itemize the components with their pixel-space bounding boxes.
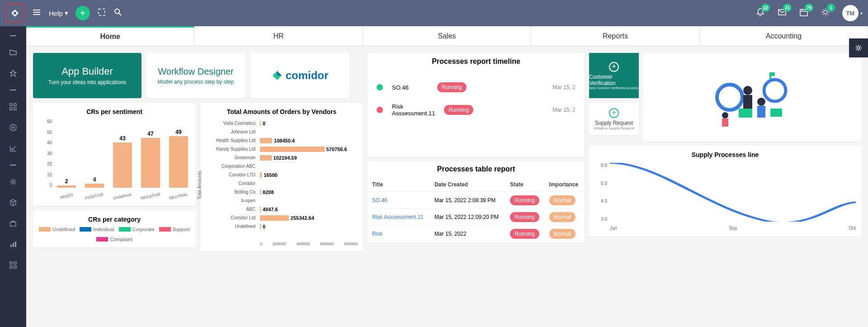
workflow-card[interactable]: Workflow Designer Model any process step… (146, 53, 245, 98)
svg-line-17 (823, 14, 824, 15)
svg-rect-28 (10, 245, 12, 247)
hbar-row: Handy Supplies Ltd570756.6 (260, 145, 358, 153)
svg-rect-43 (743, 95, 752, 109)
hbar-row: Comidor LTD16500 (260, 171, 358, 179)
sidebar-apps[interactable] (9, 102, 18, 111)
expand-icon (97, 8, 106, 17)
supply-line-chart: 6.05.04.03.0 JunSepOct (594, 163, 856, 231)
y-axis-title: Total Amounts (197, 171, 202, 199)
sr-sub: Initiate a Supply Request (594, 126, 634, 130)
tab-reports[interactable]: Reports (531, 26, 699, 46)
y-axis: 6050403020100 (38, 119, 52, 188)
user-avatar[interactable]: TM (842, 5, 859, 21)
svg-rect-21 (10, 108, 12, 110)
calendar-button[interactable]: 79 (799, 7, 809, 19)
svg-rect-46 (739, 109, 752, 118)
apps-icon (9, 261, 17, 269)
svg-point-44 (757, 98, 765, 106)
chevron-down-icon[interactable]: ▾ (860, 11, 863, 16)
app-header: Help ▾ + 22 31 79 1 TM ▾ (0, 0, 868, 26)
sidebar-star[interactable] (9, 69, 18, 78)
app-builder-card[interactable]: App Builder Turn your ideas into applica… (33, 53, 142, 98)
sidebar-briefcase[interactable] (9, 219, 18, 228)
bar: 4POSITIVE (83, 176, 106, 188)
hbar-row: Comidor (260, 179, 358, 188)
workflow-sub: Model any process step by step (158, 79, 234, 85)
sidebar-settings[interactable] (9, 177, 18, 186)
sidebar-separator (10, 35, 16, 36)
x-axis: 0200000400000600000800000 (206, 242, 358, 246)
tab-home[interactable]: Home (26, 26, 194, 46)
table-header-row: TitleDate CreatedStateImportance (368, 178, 584, 192)
legend-item: Individual (80, 227, 114, 232)
svg-rect-27 (10, 222, 16, 226)
sidebar (0, 26, 26, 327)
add-button[interactable]: + (75, 6, 90, 20)
svg-rect-41 (769, 72, 775, 76)
search-button[interactable] (113, 8, 123, 19)
hbar-row: Health Supplies Ltd108450.4 (260, 136, 358, 145)
tab-accounting[interactable]: Accounting (700, 26, 868, 46)
sidebar-add[interactable] (9, 123, 18, 132)
mail-button[interactable]: 31 (777, 7, 787, 19)
hbar-row: Comidor Ltd255342.64 (260, 213, 358, 222)
brightness-button[interactable]: 1 (821, 7, 830, 19)
svg-line-16 (828, 14, 829, 15)
svg-rect-20 (14, 104, 16, 106)
vendors-chart: Voila Cosmetics0Johnson LtdHealth Suppli… (206, 119, 358, 240)
timeline-row[interactable]: SO.46RunningMar 15, 2 (368, 77, 585, 98)
svg-marker-37 (277, 71, 282, 76)
table-body: SO.46Mar 15, 2022 2:08:39 PMRunningNorma… (368, 193, 584, 242)
row-link[interactable]: Risk (372, 231, 382, 237)
table-row[interactable]: RiskMar 15, 2022RunningNormal (368, 226, 584, 242)
main: Home HR Sales Reports Accounting App Bui… (0, 26, 868, 327)
svg-point-3 (115, 9, 119, 14)
svg-point-38 (717, 85, 742, 110)
hbar-row: Grossman102194.59 (260, 153, 358, 162)
brand-icon (271, 70, 283, 81)
menu-toggle[interactable] (32, 7, 42, 19)
app-logo[interactable] (5, 4, 24, 23)
hamburger-icon (32, 7, 42, 17)
processes-table-card: Processes table report TitleDate Created… (368, 161, 585, 243)
svg-rect-22 (14, 108, 16, 110)
page-settings-button[interactable] (849, 38, 868, 57)
notifications-button[interactable]: 22 (755, 7, 765, 19)
timeline-row[interactable]: Risk Asssessment.11RunningMar 15, 2 (368, 98, 585, 122)
sidebar-stats[interactable] (9, 240, 18, 249)
table-row[interactable]: Risk Asssessment.11Mar 15, 2022 12:09:20… (368, 209, 584, 225)
brand-logo: comidor (271, 69, 329, 82)
sidebar-check[interactable] (9, 144, 18, 153)
line-path (610, 163, 856, 222)
help-menu[interactable]: Help ▾ (49, 9, 68, 17)
hbar-row: Johnson Ltd (260, 128, 358, 136)
sidebar-separator (10, 90, 16, 90)
expand-button[interactable] (97, 8, 106, 19)
tab-sales[interactable]: Sales (363, 26, 531, 46)
sidebar-cube[interactable] (9, 198, 18, 207)
svg-rect-45 (757, 106, 765, 118)
supply-request-tile[interactable]: + Supply Request Initiate a Supply Reque… (589, 103, 639, 135)
help-label: Help (49, 9, 63, 17)
table-row[interactable]: SO.46Mar 15, 2022 2:08:39 PMRunningNorma… (368, 193, 584, 209)
chevron-down-icon: ▾ (65, 9, 68, 17)
row-link[interactable]: SO.46 (372, 197, 387, 204)
row-link[interactable]: Risk Asssessment.11 (372, 214, 424, 220)
hbar-row: Voila Cosmetics0 (260, 119, 358, 128)
svg-line-4 (119, 13, 121, 15)
y-axis: 6.05.04.03.0 (594, 163, 607, 222)
plus-icon: + (80, 8, 85, 19)
legend-item: Support (159, 227, 190, 232)
customer-verification-tile[interactable]: + Customer Verification New Customer Ver… (589, 53, 639, 98)
bar: 43Undefined (111, 135, 134, 188)
timeline-card: Processes report timeline SO.46RunningMa… (368, 53, 585, 157)
workflow-title: Workflow Designer (158, 66, 233, 77)
sidebar-folder[interactable] (9, 48, 18, 57)
sidebar-grid2[interactable] (9, 261, 18, 270)
team-illustration (712, 66, 793, 129)
content: Home HR Sales Reports Accounting App Bui… (26, 26, 868, 327)
table-header: Importance (546, 178, 584, 192)
svg-rect-33 (10, 266, 12, 268)
tab-hr[interactable]: HR (194, 26, 363, 46)
svg-point-42 (743, 86, 752, 95)
